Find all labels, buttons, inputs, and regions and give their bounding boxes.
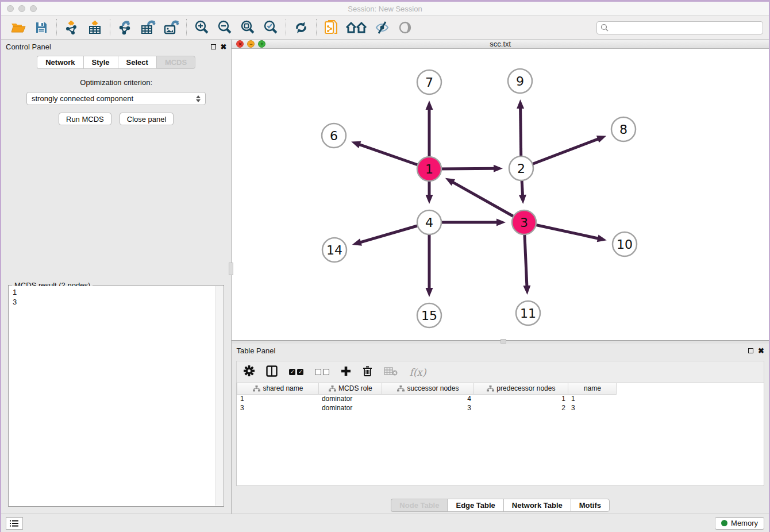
eye-slash-icon	[375, 21, 390, 34]
cell-mcds-role[interactable]: dominator	[319, 394, 382, 403]
splitter-grip[interactable]	[500, 339, 506, 344]
add-column-button[interactable]	[341, 366, 351, 379]
graph-node-label: 4	[425, 215, 433, 230]
graph-node-label: 11	[520, 306, 536, 321]
column-header-successor-nodes[interactable]: successor nodes	[382, 383, 474, 394]
import-network-button[interactable]	[60, 18, 83, 37]
refresh-button[interactable]	[290, 18, 313, 37]
arrowhead-icon	[496, 219, 506, 226]
zoom-in-button[interactable]	[190, 18, 213, 37]
clone-network-icon	[324, 20, 339, 36]
network-graph[interactable]: 7968124314101511	[232, 49, 768, 338]
toolbar-separator	[286, 19, 286, 36]
result-scrollbar[interactable]	[215, 286, 223, 506]
search-input[interactable]	[609, 22, 759, 33]
column-header-shared-name[interactable]: shared name	[237, 383, 319, 394]
hide-graphics-details-button[interactable]	[371, 18, 394, 37]
export-image-button[interactable]	[160, 18, 183, 37]
import-table-button[interactable]	[83, 18, 106, 37]
network-close-icon[interactable]: ✕	[236, 40, 244, 48]
search-box[interactable]	[596, 21, 763, 34]
arrowhead-icon	[426, 288, 433, 297]
optimization-criterion-select[interactable]: strongly connected component	[26, 92, 206, 105]
network-window-titlebar[interactable]: ✕ − + scc.txt	[232, 40, 769, 49]
column-header-mcds-role[interactable]: MCDS role	[319, 383, 382, 394]
zoom-fit-button[interactable]	[236, 18, 259, 37]
home-button[interactable]	[343, 18, 371, 37]
export-network-button[interactable]	[114, 18, 137, 37]
control-panel: Control Panel ✖ Network Style Select MCD…	[1, 40, 232, 514]
delete-column-button[interactable]	[363, 365, 372, 379]
select-stepper-icon	[196, 95, 201, 102]
open-session-button[interactable]	[7, 18, 30, 37]
status-bar: Memory	[1, 514, 769, 532]
hierarchy-icon	[397, 385, 405, 392]
macos-titlebar: Session: New Session	[1, 2, 769, 16]
unchecked-box-icon	[323, 369, 329, 375]
table-panel: Table Panel ✖	[232, 344, 769, 514]
network-window-title: scc.txt	[232, 40, 769, 48]
network-minimize-icon[interactable]: −	[247, 40, 255, 48]
table-row[interactable]: 3 dominator 3 2 3	[237, 403, 617, 413]
delete-table-button[interactable]	[384, 367, 398, 378]
tab-edge-table[interactable]: Edge Table	[447, 499, 503, 512]
cell-predecessor-nodes[interactable]: 2	[474, 403, 568, 413]
column-header-name[interactable]: name	[568, 383, 617, 394]
function-builder-button[interactable]: f(x)	[409, 367, 426, 378]
cell-mcds-role[interactable]: dominator	[319, 403, 382, 413]
task-history-button[interactable]	[6, 517, 23, 530]
arrowhead-icon	[517, 99, 525, 109]
cell-shared-name[interactable]: 1	[237, 394, 319, 403]
zoom-selected-button[interactable]	[259, 18, 282, 37]
import-table-icon	[87, 20, 102, 35]
memory-status-icon	[721, 520, 727, 526]
import-network-icon	[64, 20, 79, 35]
table-panel-title: Table Panel	[236, 346, 275, 355]
cell-name[interactable]: 3	[568, 403, 617, 413]
cell-shared-name[interactable]: 3	[237, 403, 319, 413]
zoom-out-button[interactable]	[213, 18, 236, 37]
cell-name[interactable]: 1	[568, 394, 617, 403]
show-all-columns-button[interactable]: ✓ ✓	[289, 369, 303, 375]
close-panel-button[interactable]: Close panel	[120, 113, 174, 125]
mcds-result-text[interactable]: 1 3	[9, 286, 223, 506]
tab-network-table[interactable]: Network Table	[503, 499, 571, 512]
tab-node-table[interactable]: Node Table	[391, 499, 447, 512]
run-mcds-button[interactable]: Run MCDS	[59, 113, 111, 125]
export-table-button[interactable]	[137, 18, 160, 37]
save-session-button[interactable]	[30, 18, 53, 37]
float-panel-icon[interactable]	[748, 348, 753, 353]
splitter-handle[interactable]	[229, 263, 233, 275]
tab-style[interactable]: Style	[83, 56, 118, 69]
close-panel-icon[interactable]: ✖	[758, 348, 764, 353]
main-toolbar	[1, 16, 769, 40]
table-settings-button[interactable]	[244, 365, 255, 379]
float-panel-icon[interactable]	[211, 44, 216, 49]
tab-network[interactable]: Network	[37, 56, 83, 69]
cell-predecessor-nodes[interactable]: 1	[474, 394, 568, 403]
split-table-button[interactable]	[266, 365, 278, 379]
toolbar-separator	[110, 19, 110, 36]
graph-node-label: 6	[330, 129, 338, 143]
clone-network-button[interactable]	[320, 18, 343, 37]
table-toolbar: ✓ ✓	[236, 361, 764, 383]
memory-button[interactable]: Memory	[715, 517, 764, 530]
tab-select[interactable]: Select	[118, 56, 156, 69]
tab-motifs[interactable]: Motifs	[571, 499, 610, 512]
network-maximize-icon[interactable]: +	[258, 40, 265, 48]
cell-successor-nodes[interactable]: 4	[382, 394, 474, 403]
close-panel-icon[interactable]: ✖	[221, 44, 227, 49]
column-header-predecessor-nodes[interactable]: predecessor nodes	[474, 383, 568, 394]
mcds-result-box: MCDS result (2 nodes) 1 3	[8, 285, 224, 507]
list-icon	[10, 519, 19, 527]
tab-mcds[interactable]: MCDS	[156, 56, 195, 69]
graph-node-label: 8	[619, 122, 627, 137]
arrowhead-icon	[426, 101, 433, 110]
show-graphics-details-button[interactable]	[394, 18, 417, 37]
delete-table-icon	[384, 367, 398, 376]
network-canvas[interactable]: 7968124314101511	[232, 49, 769, 340]
cell-successor-nodes[interactable]: 3	[382, 403, 474, 413]
table-row[interactable]: 1 dominator 4 1 1	[237, 394, 617, 403]
hide-all-columns-button[interactable]	[315, 369, 329, 375]
node-table[interactable]: shared name MCDS role successor nodes pr…	[236, 383, 764, 486]
